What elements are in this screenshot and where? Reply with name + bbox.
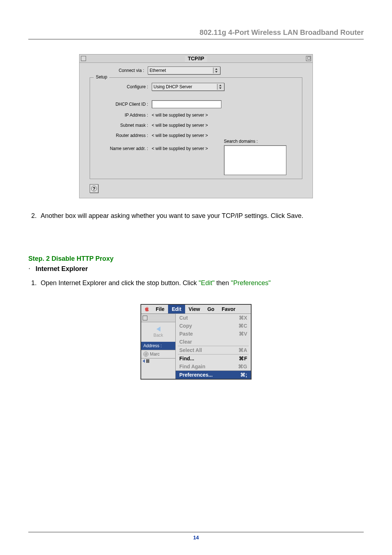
edit-dropdown-menu: Cut ⌘X Copy ⌘C Paste ⌘V Clear Select A: [176, 314, 251, 379]
menuitem-clear-label: Clear: [179, 339, 192, 345]
window-zoom-box[interactable]: [306, 56, 311, 61]
menuitem-preferences-shortcut: ⌘;: [240, 372, 247, 378]
ie-menubar: File Edit View Go Favor: [141, 305, 251, 314]
footer-divider: [28, 532, 364, 532]
name-server-value: < will be supplied by server >: [152, 146, 208, 151]
help-icon: ?: [91, 186, 97, 191]
step2-item1-mid: then: [215, 279, 231, 287]
search-domains-label: Search domains :: [224, 139, 286, 144]
subnet-mask-label: Subnet mask :: [94, 123, 152, 128]
step2-heading: Step. 2 Disable HTTP Proxy: [28, 255, 364, 263]
menuitem-copy-label: Copy: [179, 323, 192, 329]
ie-address-label: Address :: [141, 342, 175, 350]
tcpip-titlebar: TCP/IP: [79, 54, 313, 63]
name-server-label: Name server addr. :: [94, 146, 152, 151]
step2-bullet-text: Internet Explorer: [36, 265, 88, 272]
router-address-label: Router address :: [94, 133, 152, 138]
step1-list-item-2: Another box will appear asking whether y…: [38, 209, 364, 222]
menuitem-selectall-shortcut: ⌘A: [238, 347, 247, 353]
menuitem-find-shortcut: ⌘F: [239, 356, 247, 361]
menu-edit[interactable]: Edit: [168, 305, 185, 313]
menuitem-cut-label: Cut: [179, 315, 188, 321]
menuitem-copy-shortcut: ⌘C: [238, 323, 247, 329]
setup-legend: Setup: [94, 74, 109, 80]
connect-via-dropdown[interactable]: Ethernet: [148, 66, 220, 74]
connect-via-label: Connect via :: [90, 68, 148, 73]
window-close-box[interactable]: [81, 56, 86, 61]
at-icon: @: [143, 352, 148, 357]
menuitem-preferences[interactable]: Preferences... ⌘;: [176, 370, 251, 379]
step2-item1-pre: Open Internet Explorer and click the sto…: [41, 279, 199, 287]
back-arrow-icon: [156, 327, 160, 332]
menu-go[interactable]: Go: [204, 305, 218, 313]
step2-item1-pref: "Preferences": [231, 279, 271, 287]
apple-icon[interactable]: [141, 305, 152, 313]
ie-marc-label: Marc: [150, 352, 160, 357]
window-title: TCP/IP: [185, 56, 207, 61]
page-header: 802.11g 4-Port Wireless LAN Broadband Ro…: [28, 28, 364, 39]
menuitem-paste-shortcut: ⌘V: [239, 331, 247, 337]
page-number: 14: [28, 535, 364, 540]
ie-window-strip: [141, 314, 175, 322]
step2-item1-edit: "Edit": [199, 279, 215, 287]
setup-fieldset: Setup Configure : Using DHCP Server DHCP…: [90, 77, 302, 179]
menu-favor[interactable]: Favor: [218, 305, 239, 313]
ie-window: File Edit View Go Favor Back Address : @…: [140, 304, 252, 380]
menuitem-find[interactable]: Find... ⌘F: [176, 355, 251, 362]
menuitem-find-label: Find...: [179, 356, 194, 361]
menuitem-findagain-shortcut: ⌘G: [238, 364, 247, 369]
ip-address-label: IP Address :: [94, 113, 152, 118]
configure-label: Configure :: [94, 84, 152, 89]
menuitem-findagain-label: Find Again: [179, 364, 205, 369]
subnet-mask-value: < will be supplied by server >: [152, 123, 208, 128]
menu-file[interactable]: File: [152, 305, 168, 313]
menuitem-selectall: Select All ⌘A: [176, 346, 251, 354]
ip-address-value: < will be supplied by server >: [152, 113, 208, 118]
configure-dropdown[interactable]: Using DHCP Server: [152, 83, 224, 91]
help-button[interactable]: ?: [90, 184, 98, 193]
configure-value: Using DHCP Server: [154, 84, 192, 89]
ie-marc-row[interactable]: @ Marc: [141, 350, 175, 358]
menuitem-preferences-label: Preferences...: [179, 372, 213, 378]
menuitem-findagain: Find Again ⌘G: [176, 362, 251, 370]
step2-list-item-1: Open Internet Explorer and click the sto…: [38, 276, 364, 289]
connect-via-value: Ethernet: [150, 68, 166, 73]
tcpip-window: TCP/IP Connect via : Ethernet Setup Conf…: [79, 54, 313, 198]
menuitem-paste: Paste ⌘V: [176, 330, 251, 338]
scroll-left-icon: [143, 359, 145, 363]
menu-view[interactable]: View: [185, 305, 204, 313]
menuitem-selectall-label: Select All: [179, 347, 202, 353]
dhcp-client-id-input[interactable]: [152, 100, 221, 108]
header-divider: [28, 39, 364, 40]
step2-bullet: ‧Internet Explorer: [28, 265, 364, 273]
search-domains-input[interactable]: [224, 145, 286, 175]
menuitem-cut: Cut ⌘X: [176, 314, 251, 322]
menuitem-clear: Clear: [176, 338, 251, 346]
ie-scroll-tab[interactable]: [141, 358, 175, 364]
menuitem-paste-label: Paste: [179, 331, 193, 337]
ie-back-button[interactable]: Back: [141, 322, 175, 342]
menuitem-copy: Copy ⌘C: [176, 322, 251, 330]
ie-close-box[interactable]: [143, 316, 147, 320]
ie-back-label: Back: [154, 333, 163, 338]
dhcp-client-id-label: DHCP Client ID :: [94, 102, 152, 107]
menuitem-cut-shortcut: ⌘X: [239, 315, 247, 321]
router-address-value: < will be supplied by server >: [152, 133, 208, 138]
